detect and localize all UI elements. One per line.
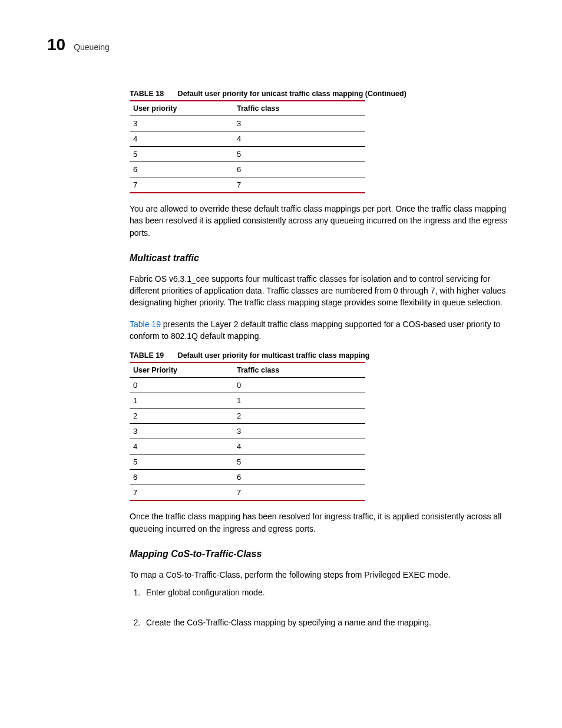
table18-header-col2: Traffic class	[233, 101, 365, 116]
cell-class: 5	[233, 454, 365, 470]
cell-class: 4	[233, 131, 365, 147]
cell-class: 3	[233, 116, 365, 131]
table19-header-col2: Traffic class	[233, 363, 365, 378]
multicast-heading: Multicast traffic	[130, 253, 521, 263]
page-header: 10 Queueing	[47, 35, 521, 54]
table18: User priority Traffic class 3344556677	[130, 100, 365, 193]
chapter-number: 10	[47, 35, 65, 54]
cell-priority: 7	[130, 485, 233, 501]
table19-header-col1: User Priority	[130, 363, 233, 378]
table19: User Priority Traffic class 001122334455…	[130, 362, 365, 501]
table-row: 77	[130, 485, 365, 501]
table-row: 66	[130, 162, 365, 177]
table19-intro-paragraph: Table 19 presents the Layer 2 default tr…	[130, 318, 521, 342]
cell-class: 3	[233, 424, 365, 439]
cell-priority: 0	[130, 378, 233, 393]
table-row: 11	[130, 393, 365, 409]
mapping-heading: Mapping CoS-to-Traffic-Class	[130, 549, 521, 559]
cell-priority: 1	[130, 393, 233, 409]
cell-priority: 6	[130, 162, 233, 177]
cell-class: 6	[233, 162, 365, 177]
table-row: 00	[130, 378, 365, 393]
table-row: 77	[130, 177, 365, 193]
table19-desc: Default user priority for multicast traf…	[178, 351, 370, 360]
step-2: Create the CoS-Traffic-Class mapping by …	[143, 617, 521, 628]
table19-caption: TABLE 19 Default user priority for multi…	[130, 351, 521, 360]
cell-priority: 3	[130, 116, 233, 131]
content-area: TABLE 18 Default user priority for unica…	[130, 90, 521, 628]
cell-priority: 4	[130, 131, 233, 147]
table19-intro-rest: presents the Layer 2 default traffic cla…	[130, 319, 500, 341]
cell-priority: 5	[130, 147, 233, 162]
table18-caption: TABLE 18 Default user priority for unica…	[130, 90, 521, 98]
cell-priority: 5	[130, 454, 233, 470]
table-row: 66	[130, 470, 365, 485]
step-1: Enter global configuration mode.	[143, 587, 521, 598]
paragraph-after-table18: You are allowed to override these defaul…	[130, 203, 521, 239]
table18-desc: Default user priority for unicast traffi…	[178, 90, 406, 98]
multicast-paragraph: Fabric OS v6.3.1_cee supports four multi…	[130, 273, 521, 309]
table18-header-col1: User priority	[130, 101, 233, 116]
table19-label: TABLE 19	[130, 351, 164, 360]
cell-class: 1	[233, 393, 365, 409]
cell-class: 5	[233, 147, 365, 162]
table19-link[interactable]: Table 19	[130, 319, 161, 329]
header-title: Queueing	[74, 42, 110, 52]
cell-priority: 4	[130, 439, 233, 454]
cell-class: 7	[233, 485, 365, 501]
cell-class: 6	[233, 470, 365, 485]
table-row: 33	[130, 424, 365, 439]
table-row: 44	[130, 131, 365, 147]
table-row: 44	[130, 439, 365, 454]
paragraph-after-table19: Once the traffic class mapping has been …	[130, 510, 521, 535]
cell-priority: 3	[130, 424, 233, 439]
cell-priority: 6	[130, 470, 233, 485]
table-row: 22	[130, 409, 365, 424]
table-row: 33	[130, 116, 365, 131]
cell-priority: 2	[130, 409, 233, 424]
cell-class: 2	[233, 409, 365, 424]
mapping-intro-paragraph: To map a CoS-to-Traffic-Class, perform t…	[130, 569, 521, 581]
steps-list: Enter global configuration mode. Create …	[130, 587, 521, 628]
cell-class: 0	[233, 378, 365, 393]
table-row: 55	[130, 454, 365, 470]
table-row: 55	[130, 147, 365, 162]
cell-class: 7	[233, 177, 365, 193]
table18-label: TABLE 18	[130, 90, 164, 98]
cell-class: 4	[233, 439, 365, 454]
cell-priority: 7	[130, 177, 233, 193]
